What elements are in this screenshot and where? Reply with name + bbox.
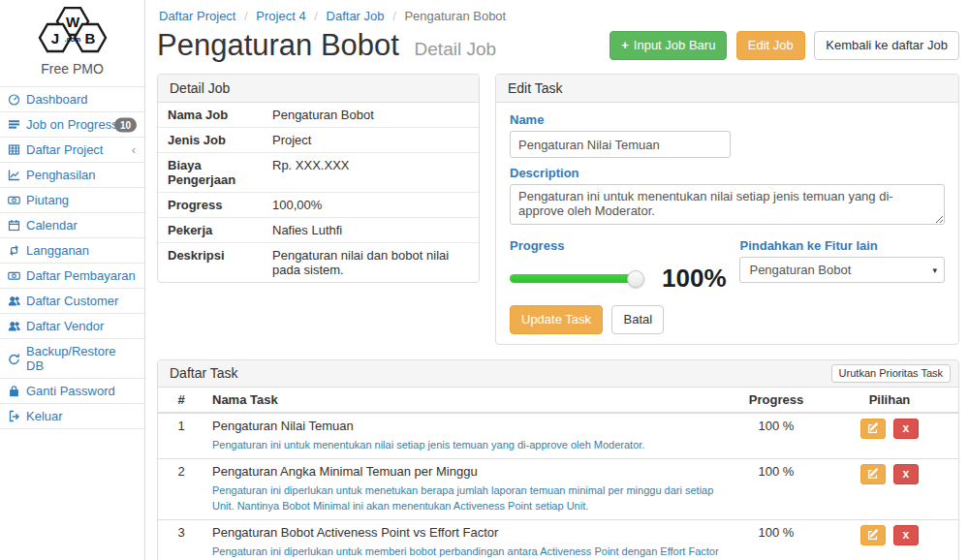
jwb-logo-icon: W J B .com xyxy=(36,7,109,54)
sidebar-item-daftar-project[interactable]: Daftar Project ‹ xyxy=(0,138,144,163)
edit-task-panel: Edit Task Name Description Pengaturan in… xyxy=(495,74,959,345)
breadcrumb-current: Pengaturan Bobot xyxy=(404,9,506,23)
edit-task-panel-title: Edit Task xyxy=(496,75,958,103)
brand-name: Free PMO xyxy=(0,61,144,77)
detail-row: Nama Job Pengaturan Bobot xyxy=(158,103,479,128)
breadcrumb: Daftar Project / Project 4 / Daftar Job … xyxy=(157,0,959,25)
sidebar-item-label: Piutang xyxy=(26,193,69,207)
sidebar-menu: Dashboard Job on Progress 10 Daftar Proj… xyxy=(0,86,144,429)
pencil-icon xyxy=(867,529,879,541)
column-header-pilihan: Pilihan xyxy=(821,388,958,413)
lock-icon xyxy=(8,385,20,397)
progress-slider-handle[interactable] xyxy=(627,270,644,288)
breadcrumb-link-daftar-job[interactable]: Daftar Job xyxy=(327,9,385,23)
delete-task-button[interactable]: x xyxy=(893,525,919,545)
money-icon xyxy=(8,269,20,282)
detail-row: Pekerja Nafies Luthfi xyxy=(158,218,479,243)
table-icon xyxy=(8,143,20,156)
task-number: 3 xyxy=(158,519,204,560)
urutkan-prioritas-task-button-top[interactable]: Urutkan Prioritas Task xyxy=(831,364,951,383)
plus-icon: + xyxy=(621,38,629,53)
task-name-input[interactable] xyxy=(510,131,731,158)
select-value: Pengaturan Bobot xyxy=(749,263,851,277)
edit-task-button[interactable] xyxy=(860,464,886,484)
breadcrumb-link-project-4[interactable]: Project 4 xyxy=(256,9,305,23)
task-name: Pengaturan Bobot Activeness Point vs Eff… xyxy=(212,525,724,541)
money-icon xyxy=(8,194,20,206)
x-icon: x xyxy=(902,422,909,434)
chevron-down-icon: ▾ xyxy=(932,265,937,275)
detail-job-panel-title: Detail Job xyxy=(158,75,479,103)
delete-task-button[interactable]: x xyxy=(893,464,919,484)
detail-job-panel: Detail Job Nama Job Pengaturan Bobot Jen… xyxy=(157,74,480,283)
move-to-feature-select[interactable]: Pengaturan Bobot ▾ xyxy=(739,257,945,283)
app-logo: W J B .com xyxy=(0,0,144,58)
detail-row: Progress 100,00% xyxy=(158,193,479,218)
sidebar-item-label: Langganan xyxy=(26,243,89,258)
x-icon: x xyxy=(902,468,909,480)
task-number: 2 xyxy=(158,458,204,519)
sidebar-item-label: Dashboard xyxy=(26,92,88,107)
daftar-task-panel-title: Daftar Task xyxy=(170,365,238,381)
sidebar-item-daftar-pembayaran[interactable]: Daftar Pembayaran xyxy=(0,264,144,289)
edit-task-button[interactable] xyxy=(860,525,886,545)
batal-button[interactable]: Batal xyxy=(611,305,664,334)
breadcrumb-link-daftar-project[interactable]: Daftar Project xyxy=(159,9,235,23)
calendar-icon xyxy=(8,219,20,232)
svg-text:.com: .com xyxy=(64,36,79,43)
pencil-icon xyxy=(867,468,879,480)
task-row: 3 Pengaturan Bobot Activeness Point vs E… xyxy=(158,519,958,560)
edit-task-button[interactable] xyxy=(860,419,886,439)
page-header: Pengaturan Bobot Detail Job + Input Job … xyxy=(157,28,959,63)
sidebar-item-piutang[interactable]: Piutang xyxy=(0,188,144,213)
update-task-button[interactable]: Update Task xyxy=(510,305,603,334)
daftar-task-panel: Daftar Task Urutkan Prioritas Task # Nam… xyxy=(157,359,959,560)
svg-text:W: W xyxy=(65,14,79,30)
task-description-textarea[interactable]: Pengaturan ini untuk menentukan nilai se… xyxy=(510,184,945,225)
breadcrumb-separator: / xyxy=(244,9,248,23)
tasks-icon xyxy=(8,118,20,131)
sidebar-item-dashboard[interactable]: Dashboard xyxy=(0,87,144,112)
sidebar-item-job-on-progress[interactable]: Job on Progress 10 xyxy=(0,112,144,138)
sidebar-item-label: Backup/Restore DB xyxy=(26,344,137,373)
task-number: 1 xyxy=(158,413,204,458)
task-progress: 100 % xyxy=(732,519,821,560)
sidebar-item-label: Calendar xyxy=(26,218,78,233)
progress-slider-track[interactable] xyxy=(510,274,636,283)
dashboard-icon xyxy=(8,93,20,106)
detail-row: Jenis Job Project xyxy=(158,128,479,153)
column-header-progress: Progress xyxy=(732,388,821,413)
sidebar-item-label: Daftar Project xyxy=(26,142,103,157)
task-name: Pengaturan Nilai Temuan xyxy=(212,419,724,434)
column-header-number: # xyxy=(158,388,204,413)
progress-percent-value: 100% xyxy=(662,264,727,294)
input-job-baru-button[interactable]: + Input Job Baru xyxy=(610,31,727,60)
users-icon xyxy=(8,295,20,307)
sidebar-item-label: Job on Progress xyxy=(26,117,118,132)
task-description: Pengaturan ini diperlukan untuk menetuka… xyxy=(212,482,724,514)
task-row: 2 Pengaturan Angka Minimal Temuan per Mi… xyxy=(158,458,958,519)
sidebar-item-daftar-vendor[interactable]: Daftar Vendor xyxy=(0,314,144,339)
task-progress: 100 % xyxy=(732,413,821,458)
pencil-icon xyxy=(867,422,879,434)
sidebar-item-daftar-customer[interactable]: Daftar Customer xyxy=(0,289,144,314)
svg-text:J: J xyxy=(50,30,58,47)
description-label: Description xyxy=(510,166,945,180)
sidebar-item-label: Penghasilan xyxy=(26,168,96,182)
sidebar-item-backup-restore[interactable]: Backup/Restore DB xyxy=(0,339,144,379)
job-count-badge: 10 xyxy=(114,117,137,132)
kembali-ke-daftar-job-button[interactable]: Kembali ke daftar Job xyxy=(814,31,959,60)
task-table-header-row: # Nama Task Progress Pilihan xyxy=(158,388,958,413)
sidebar-item-penghasilan[interactable]: Penghasilan xyxy=(0,163,144,188)
delete-task-button[interactable]: x xyxy=(893,419,919,439)
sidebar: W J B .com Free PMO Dashboard Job on Pro… xyxy=(0,0,145,560)
sidebar-item-keluar[interactable]: Keluar xyxy=(0,404,144,429)
sidebar-item-langganan[interactable]: Langganan xyxy=(0,238,144,264)
sidebar-item-ganti-password[interactable]: Ganti Password xyxy=(0,379,144,404)
task-row: 1 Pengaturan Nilai Temuan Pengaturan ini… xyxy=(158,413,958,458)
edit-job-button[interactable]: Edit Job xyxy=(736,31,805,60)
sidebar-item-calendar[interactable]: Calendar xyxy=(0,213,144,238)
main-content: Daftar Project / Project 4 / Daftar Job … xyxy=(145,0,969,560)
header-actions: + Input Job Baru Edit Job Kembali ke daf… xyxy=(610,31,959,60)
breadcrumb-separator: / xyxy=(314,9,318,23)
